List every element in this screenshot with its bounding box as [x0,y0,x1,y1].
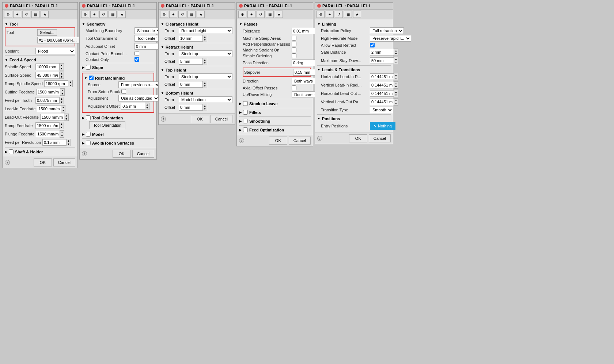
th-down[interactable]: ▼ [203,84,207,88]
p5-toolbar-btn-1[interactable]: ⚙ [317,11,325,18]
feed-optimization-header[interactable]: ▶ Feed Optimization [239,126,311,133]
coolant-select[interactable]: Flood [35,48,75,54]
tool-select-button[interactable]: Select... [37,29,57,36]
surface-up[interactable]: ▲ [60,72,64,75]
spindle-down[interactable]: ▼ [60,67,64,70]
close-dot-3[interactable] [161,4,164,8]
p5-toolbar-btn-5[interactable]: ★ [353,11,361,18]
model-checkbox[interactable] [86,132,91,137]
passes-section-header[interactable]: ▼ Passes [239,21,311,27]
panel5-ok-button[interactable]: OK [349,134,367,142]
ch-down[interactable]: ▼ [203,38,207,42]
retract-from-select[interactable]: Stock top [179,50,232,57]
ramp-spindle-down[interactable]: ▼ [68,84,72,87]
fpr-down[interactable]: ▼ [67,142,71,146]
panel1-cancel-button[interactable]: Cancel [53,158,75,166]
slope-section-header[interactable]: ▶ Slope [82,64,154,71]
vli-down[interactable]: ▼ [394,85,398,88]
top-from-select[interactable]: Stock top [179,73,232,80]
adjustment-select[interactable]: Use as computed [118,95,159,101]
bottom-offset-input[interactable] [179,104,202,111]
pass-direction-input[interactable] [292,60,315,66]
bh-down[interactable]: ▼ [203,107,207,111]
positions-section-header[interactable]: ▼ Positions [317,115,391,122]
rest-machining-header[interactable]: ▼ Rest Machining [84,74,152,81]
p4-toolbar-btn-5[interactable]: ★ [275,11,283,18]
panel1-ok-button[interactable]: OK [34,158,52,166]
toolbar-btn-3[interactable]: ↺ [22,11,30,18]
p5-toolbar-btn-3[interactable]: ↺ [335,11,343,18]
hlo-down[interactable]: ▼ [394,93,398,97]
toolbar-btn-2[interactable]: ✦ [13,11,21,18]
feed-optimization-checkbox[interactable] [243,127,248,132]
surface-speed-input[interactable] [35,72,59,78]
panel4-info-icon[interactable]: i [239,138,244,143]
machine-straight-checkbox[interactable] [292,47,296,52]
p4-toolbar-btn-1[interactable]: ⚙ [238,11,246,18]
cut-up[interactable]: ▲ [60,89,64,92]
p2-toolbar-btn-2[interactable]: ✦ [90,11,98,18]
panel2-cancel-button[interactable]: Cancel [132,150,154,158]
ramp-spindle-up[interactable]: ▲ [68,80,72,84]
spindle-speed-input[interactable] [35,64,59,70]
tool-orientation-checkbox[interactable] [86,115,91,120]
li-down[interactable]: ▼ [61,109,65,112]
axial-offset-checkbox[interactable] [292,85,296,90]
close-dot-4[interactable] [239,4,243,8]
vlo-up[interactable]: ▲ [394,99,398,102]
source-select[interactable]: From previous o... [118,81,160,88]
panel3-ok-button[interactable]: OK [191,115,209,123]
high-feedrate-select[interactable]: Preserve rapid r... [370,35,411,42]
toolbar-btn-1[interactable]: ⚙ [4,11,12,18]
toolbar-btn-5[interactable]: ★ [41,11,49,18]
p2-toolbar-btn-1[interactable]: ⚙ [81,11,89,18]
spindle-up[interactable]: ▲ [60,64,64,67]
rf-down[interactable]: ▼ [60,126,64,129]
p3-toolbar-btn-4[interactable]: ▦ [187,11,196,18]
lead-in-input[interactable] [37,106,61,112]
panel2-ok-button[interactable]: OK [113,150,131,158]
h-lead-in-input[interactable] [370,73,394,80]
stock-to-leave-header[interactable]: ▶ Stock to Leave [239,100,311,107]
rh-down[interactable]: ▼ [203,61,207,65]
v-lead-in-input[interactable] [370,82,394,88]
adj-down[interactable]: ▼ [145,106,149,110]
cut-down[interactable]: ▼ [60,92,64,95]
contact-only-checkbox[interactable] [134,57,139,62]
p2-toolbar-btn-3[interactable]: ↺ [99,11,107,18]
smoothing-checkbox[interactable] [243,119,248,123]
max-stay-down-input[interactable] [370,57,394,64]
panel4-cancel-button[interactable]: Cancel [289,137,311,145]
clearance-height-header[interactable]: ▼ Clearance Height [161,21,232,27]
shaft-holder-header[interactable]: ▶ Shaft & Holder [5,148,75,155]
additional-offset-input[interactable] [134,43,158,50]
leads-transitions-header[interactable]: ▼ Leads & Transitions [317,66,391,73]
transition-type-select[interactable]: Smooth [370,107,393,113]
stock-to-leave-checkbox[interactable] [243,101,248,106]
retract-height-header[interactable]: ▼ Retract Height [161,44,232,50]
adj-up[interactable]: ▲ [145,103,149,106]
p3-toolbar-btn-3[interactable]: ↺ [178,11,186,18]
linking-section-header[interactable]: ▼ Linking [317,21,391,27]
hli-up[interactable]: ▲ [394,73,398,77]
geometry-section-header[interactable]: ▼ Geometry [82,21,154,27]
add-perp-checkbox[interactable] [292,42,296,46]
lead-out-input[interactable] [40,114,64,120]
top-height-header[interactable]: ▼ Top Height [161,67,232,73]
ch-up[interactable]: ▲ [203,35,207,38]
panel1-info-icon[interactable]: i [5,160,10,165]
panel5-info-icon[interactable]: i [317,136,322,141]
machining-boundary-select[interactable]: Silhouette [134,27,162,34]
panel2-info-icon[interactable]: i [82,151,87,156]
tool-orientation-header[interactable]: ▶ Tool Orientation [82,114,154,121]
bottom-from-select[interactable]: Model bottom [179,96,232,103]
ramp-feedrate-input[interactable] [35,122,59,129]
fpt-up[interactable]: ▲ [60,97,64,100]
feed-speed-section-header[interactable]: ▼ Feed & Speed [5,57,75,63]
lo-down[interactable]: ▼ [64,117,68,120]
simple-ordering-checkbox[interactable] [292,53,296,58]
vli-up[interactable]: ▲ [394,82,398,85]
machine-steep-checkbox[interactable] [292,36,296,41]
close-dot[interactable] [5,4,8,8]
vlo-down[interactable]: ▼ [394,102,398,105]
